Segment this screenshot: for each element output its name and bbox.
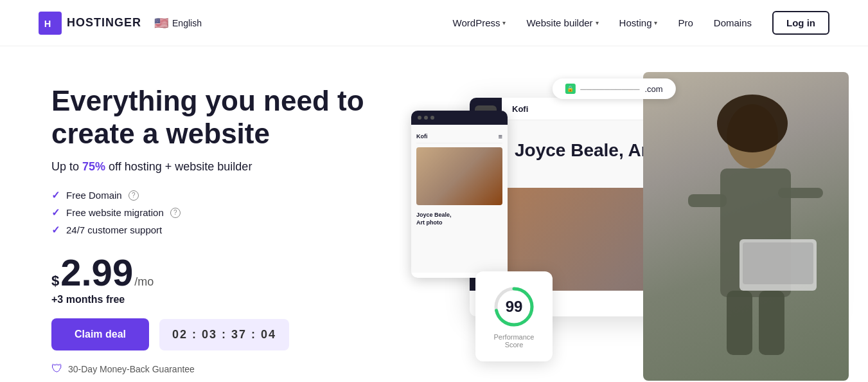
svg-point-4 (717, 95, 788, 152)
nav-hosting[interactable]: Hosting ▾ (619, 17, 658, 28)
nav-domains-label: Domains (714, 17, 752, 28)
feature-domain-label: Free Domain (66, 190, 122, 201)
subtitle-suffix: off hosting + website builder (105, 160, 252, 173)
nav-wordpress-label: WordPress (453, 17, 500, 28)
countdown-timer: 02 : 03 : 37 : 04 (159, 319, 289, 350)
performance-score-card: 99 Performance Score (475, 271, 553, 361)
check-icon: ✓ (51, 189, 60, 201)
flag-icon: 🇺🇸 (154, 18, 168, 28)
nav-domains[interactable]: Domains (714, 17, 752, 28)
check-icon: ✓ (51, 224, 60, 236)
feature-support-label: 24/7 customer support (66, 224, 162, 235)
hero-subtitle: Up to 75% off hosting + website builder (51, 160, 385, 174)
nav-wordpress[interactable]: WordPress ▾ (453, 17, 506, 28)
mobile-site-title: Joyce Beale,Art photo (416, 209, 502, 229)
cta-row: Claim deal 02 : 03 : 37 : 04 (51, 318, 385, 350)
performance-score-number: 99 (506, 298, 523, 316)
mobile-image-area (416, 147, 502, 205)
subtitle-prefix: Up to (51, 160, 82, 173)
subtitle-highlight: 75% (82, 160, 105, 173)
logo[interactable]: H HOSTINGER (39, 12, 141, 35)
header-left: H HOSTINGER 🇺🇸 English (39, 12, 202, 35)
woman-silhouette-svg (669, 91, 823, 361)
guarantee-badge: 🛡 30-Day Money-Back Guarantee (51, 362, 385, 376)
svg-rect-11 (759, 291, 784, 355)
price-bonus: +3 months free (51, 294, 385, 305)
logo-text: HOSTINGER (67, 16, 141, 30)
nav-pro[interactable]: Pro (678, 17, 693, 28)
svg-text:H: H (44, 18, 51, 28)
language-label: English (172, 18, 202, 28)
hero-section: Everything you need to create a website … (0, 46, 868, 382)
hero-content: Everything you need to create a website … (51, 72, 385, 376)
main-nav: WordPress ▾ Website builder ▾ Hosting ▾ … (453, 11, 829, 35)
mobile-site-name: Kofi ≡ (416, 130, 502, 143)
nav-hosting-label: Hosting (619, 17, 652, 28)
feature-support: ✓ 24/7 customer support (51, 224, 385, 236)
price-line: $ 2.99 /mo (51, 254, 385, 291)
svg-rect-7 (778, 188, 823, 198)
hero-image-woman (643, 72, 849, 381)
shield-icon: 🛡 (51, 362, 63, 376)
hostinger-logo-svg: H (43, 16, 57, 30)
url-popup: 🔒 ────────── .com (552, 78, 675, 99)
language-selector[interactable]: 🇺🇸 English (154, 18, 202, 28)
features-list: ✓ Free Domain ? ✓ Free website migration… (51, 189, 385, 236)
feature-domain: ✓ Free Domain ? (51, 189, 385, 201)
mobile-hamburger-icon: ≡ (499, 132, 502, 140)
feature-migration: ✓ Free website migration ? (51, 206, 385, 219)
price-section: $ 2.99 /mo +3 months free (51, 254, 385, 305)
nav-pro-label: Pro (678, 17, 693, 28)
hero-title: Everything you need to create a website (51, 85, 385, 150)
tooltip-icon[interactable]: ? (170, 208, 181, 218)
price-amount: 2.99 (60, 254, 133, 291)
url-bar-text: ────────── (580, 84, 639, 94)
chevron-down-icon: ▾ (596, 19, 599, 26)
login-button[interactable]: Log in (772, 11, 829, 35)
mobile-content: Kofi ≡ Joyce Beale,Art photo (411, 125, 508, 273)
tooltip-icon[interactable]: ? (128, 190, 139, 201)
svg-rect-10 (727, 291, 752, 355)
claim-deal-button[interactable]: Claim deal (51, 318, 149, 350)
hero-illustration: 🔒 ────────── .com W ⬡ Kofi (398, 72, 829, 381)
logo-icon: H (39, 12, 62, 35)
check-icon: ✓ (51, 206, 60, 219)
mobile-header (411, 111, 508, 125)
mobile-dot (430, 116, 434, 120)
header: H HOSTINGER 🇺🇸 English WordPress ▾ Websi… (0, 0, 868, 46)
price-period: /mo (134, 275, 154, 289)
svg-rect-9 (743, 242, 813, 284)
chevron-down-icon: ▾ (502, 19, 506, 26)
mobile-mockup: Kofi ≡ Joyce Beale,Art photo (411, 111, 508, 278)
mobile-dot (418, 116, 421, 120)
price-dollar: $ (51, 273, 59, 289)
guarantee-text: 30-Day Money-Back Guarantee (68, 364, 195, 374)
lock-icon: 🔒 (565, 84, 575, 94)
site-name: Kofi (512, 104, 528, 114)
nav-website-builder-label: Website builder (526, 17, 592, 28)
mobile-site-name-label: Kofi (416, 133, 428, 140)
performance-score-label: Performance Score (488, 333, 540, 349)
chevron-down-icon: ▾ (654, 19, 657, 26)
nav-website-builder[interactable]: Website builder ▾ (526, 17, 598, 28)
mobile-dot (424, 116, 428, 120)
svg-rect-6 (688, 194, 727, 207)
url-domain: .com (644, 84, 662, 94)
feature-migration-label: Free website migration (66, 207, 164, 218)
performance-circle: 99 (492, 284, 536, 329)
